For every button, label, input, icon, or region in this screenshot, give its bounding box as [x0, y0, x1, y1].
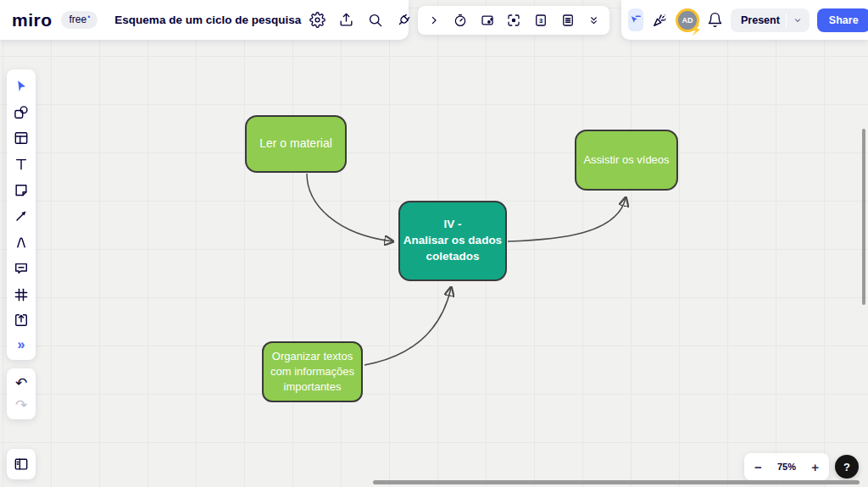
settings-icon[interactable]: [309, 12, 326, 28]
flowchart-node-organizar-textos[interactable]: Organizar textos com informações importa…: [262, 341, 363, 402]
redo-icon[interactable]: ↷: [15, 398, 27, 412]
tools-toolbar: »: [7, 69, 36, 360]
facilitation-toolbar: 3: [418, 6, 609, 35]
plan-badge[interactable]: free •: [61, 11, 98, 29]
help-button[interactable]: ?: [835, 455, 859, 479]
more-tools-icon[interactable]: »: [18, 338, 25, 351]
present-label: Present: [741, 14, 780, 26]
undo-icon[interactable]: ↶: [15, 376, 27, 390]
board-actions: [309, 12, 412, 28]
frame-icon[interactable]: [13, 286, 30, 303]
confetti-icon[interactable]: [651, 12, 668, 29]
shapes-icon[interactable]: [13, 104, 30, 121]
zoom-level[interactable]: 75%: [777, 462, 796, 472]
chevron-down-icon[interactable]: [793, 15, 803, 25]
header-collab-card: AD ⚡ Present Share: [621, 0, 868, 40]
templates-icon[interactable]: [13, 130, 30, 147]
comment-icon[interactable]: [13, 260, 30, 277]
frames-panel-button[interactable]: [7, 449, 36, 479]
select-cursor-icon[interactable]: [13, 78, 30, 95]
sticky-note-icon[interactable]: [13, 182, 30, 199]
upgrade-dot-icon: •: [87, 14, 90, 21]
edge-organizar-to-analisar[interactable]: [364, 288, 451, 365]
board-canvas[interactable]: Ler o material IV - Analisar os dados co…: [0, 0, 868, 487]
text-icon[interactable]: [13, 156, 30, 173]
flowchart-node-analisar-os-dados[interactable]: IV - Analisar os dados coletados: [398, 201, 507, 281]
edge-ler-to-analisar[interactable]: [307, 174, 392, 241]
edge-analisar-to-assistir[interactable]: [508, 198, 626, 241]
node-label: Ler o material: [259, 136, 332, 152]
flowchart-node-assistir-os-videos[interactable]: Assistir os vídeos: [575, 130, 678, 191]
voting-icon[interactable]: 3: [533, 13, 548, 28]
divider: [786, 14, 787, 27]
header-board-card: miro free • Esquema de um ciclo de pesqu…: [0, 0, 409, 40]
share-button[interactable]: Share: [817, 8, 868, 32]
spotlight-icon[interactable]: [506, 13, 521, 28]
collaborator-cursors-icon[interactable]: [628, 8, 643, 31]
upload-icon[interactable]: [13, 312, 30, 329]
search-icon[interactable]: [367, 12, 383, 28]
miro-app-window: Ler o material IV - Analisar os dados co…: [0, 0, 868, 487]
upgrade-bolt-icon: ⚡: [690, 25, 702, 36]
present-button[interactable]: Present: [731, 8, 810, 32]
notifications-bell-icon[interactable]: [707, 12, 723, 28]
capture-icon[interactable]: [480, 13, 495, 28]
zoom-in-button[interactable]: +: [811, 460, 819, 474]
zoom-controls: − 75% +: [744, 453, 829, 480]
integrations-icon[interactable]: [396, 12, 412, 28]
avatar[interactable]: AD ⚡: [676, 8, 699, 32]
connector-arrow-icon[interactable]: [13, 208, 30, 224]
zoom-out-button[interactable]: −: [754, 460, 762, 474]
flowchart-node-ler-o-material[interactable]: Ler o material: [245, 115, 347, 173]
node-label: IV - Analisar os dados coletados: [403, 217, 502, 265]
horizontal-scrollbar[interactable]: [373, 480, 860, 484]
collapse-icon[interactable]: [587, 14, 600, 27]
export-icon[interactable]: [338, 12, 354, 28]
node-label: Assistir os vídeos: [583, 152, 669, 168]
pen-icon[interactable]: [13, 234, 30, 251]
frames-panel-icon: [13, 456, 30, 473]
vertical-scrollbar[interactable]: [862, 129, 865, 305]
miro-logo[interactable]: miro: [12, 10, 53, 30]
history-toolbar: ↶ ↷: [7, 368, 36, 419]
notes-icon[interactable]: [560, 13, 576, 28]
board-title[interactable]: Esquema de um ciclo de pesquisa: [114, 14, 301, 26]
expand-icon[interactable]: [427, 14, 441, 27]
node-label: Organizar textos com informações importa…: [270, 349, 354, 396]
voting-badge: 3: [539, 17, 542, 25]
plan-badge-label: free: [70, 14, 87, 25]
timer-icon[interactable]: [453, 13, 468, 28]
